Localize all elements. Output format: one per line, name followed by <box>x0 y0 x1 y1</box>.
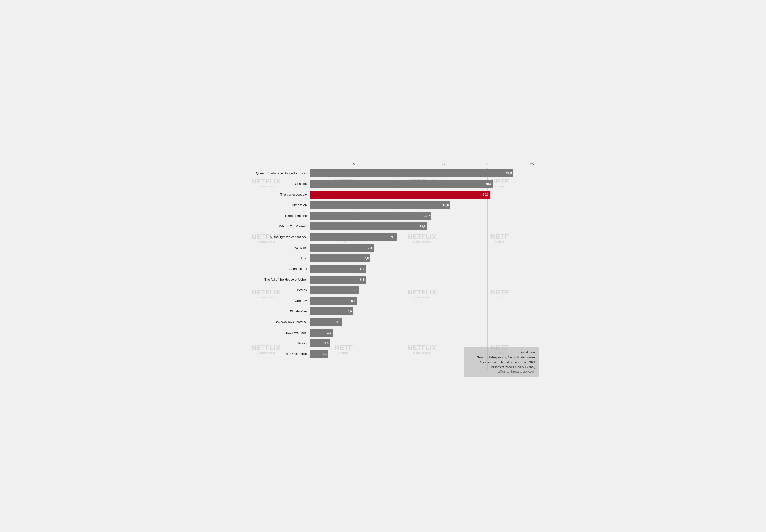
bar-label-17: The Decameron <box>229 352 310 356</box>
chart-row-1: Griselda20,6 <box>310 179 532 189</box>
legend-url: netflixandchiffres.substack.com <box>467 370 535 374</box>
bar-8: 6,8 <box>310 254 370 262</box>
chart-row-6: All the light we cannot see9,8 <box>310 232 532 242</box>
x-axis-header: 0510152025 <box>310 162 532 167</box>
bar-wrapper-11: 5,5 <box>310 285 532 295</box>
bar-wrapper-14: 3,6 <box>310 317 532 327</box>
chart-row-3: Obsession15,8 <box>310 200 532 210</box>
chart-row-12: One day5,3 <box>310 296 532 306</box>
bar-label-8: Eric <box>229 256 310 260</box>
bar-label-13: Florida Man <box>229 310 310 313</box>
bar-value-3: 15,8 <box>443 203 449 207</box>
bar-value-15: 2,6 <box>327 331 331 334</box>
bar-wrapper-10: 6,3 <box>310 275 532 285</box>
bar-label-5: Who is Erin Carter? <box>229 225 310 228</box>
bar-label-10: The fall of the House of Usher <box>229 278 310 281</box>
bar-5: 13,2 <box>310 222 427 230</box>
bar-15: 2,6 <box>310 329 333 337</box>
bar-12: 5,3 <box>310 297 357 305</box>
bar-wrapper-15: 2,6 <box>310 328 532 338</box>
bar-label-6: All the light we cannot see <box>229 235 310 239</box>
bar-value-0: 22,9 <box>506 171 512 175</box>
bar-9: 6,3 <box>310 265 366 273</box>
chart-row-0: Queen Charlotte: A Bridgerton Story22,9 <box>310 168 532 178</box>
bar-11: 5,5 <box>310 286 359 294</box>
bar-label-1: Griselda <box>229 182 310 186</box>
chart-row-8: Eric6,8 <box>310 253 532 263</box>
bar-3: 15,8 <box>310 201 450 209</box>
bar-wrapper-12: 5,3 <box>310 296 532 306</box>
bar-13: 4,9 <box>310 307 353 315</box>
x-tick-15: 15 <box>442 162 445 166</box>
chart-row-5: Who is Erin Carter?13,2 <box>310 221 532 231</box>
chart-row-7: Painkiller7,2 <box>310 243 532 253</box>
bar-label-7: Painkiller <box>229 246 310 249</box>
bar-6: 9,8 <box>310 233 397 241</box>
bars-rows: Queen Charlotte: A Bridgerton Story22,9G… <box>310 168 532 359</box>
bar-value-12: 5,3 <box>351 299 355 302</box>
chart-row-11: Bodies5,5 <box>310 285 532 295</box>
bar-value-5: 13,2 <box>420 225 426 228</box>
bar-label-14: Boy swallows universe <box>229 320 310 324</box>
bar-value-1: 20,6 <box>486 182 492 186</box>
bar-value-17: 2,1 <box>322 352 327 356</box>
bar-16: 2,3 <box>310 339 330 347</box>
bars-area: Queen Charlotte: A Bridgerton Story22,9G… <box>310 168 532 370</box>
x-tick-5: 5 <box>353 162 355 166</box>
bar-label-15: Baby Reindeer <box>229 331 310 334</box>
bar-wrapper-4: 13,7 <box>310 211 532 221</box>
chart-row-13: Florida Man4,9 <box>310 306 532 316</box>
bar-wrapper-8: 6,8 <box>310 253 532 263</box>
legend-line4: Millions of "views"/CVEs, Global) <box>467 365 535 370</box>
chart-row-2: The perfect couple20,3 <box>310 190 532 200</box>
bar-wrapper-16: 2,3 <box>310 338 532 348</box>
bar-0: 22,9 <box>310 169 514 177</box>
legend-line1: First 4 days <box>467 350 535 355</box>
bar-value-4: 13,7 <box>424 214 430 217</box>
legend-line2: New English-speaking Netflix limited ser… <box>467 355 535 360</box>
bar-wrapper-1: 20,6 <box>310 179 532 189</box>
legend-box: First 4 days New English-speaking Netfli… <box>464 347 539 377</box>
bar-wrapper-2: 20,3 <box>310 190 532 200</box>
bar-2: 20,3 <box>310 191 490 199</box>
bar-wrapper-3: 15,8 <box>310 200 532 210</box>
bar-label-2: The perfect couple <box>229 193 310 196</box>
bar-value-13: 4,9 <box>347 310 352 313</box>
bar-14: 3,6 <box>310 318 342 326</box>
bar-label-11: Bodies <box>229 288 310 292</box>
bar-label-9: A man in full <box>229 267 310 271</box>
chart-inner: 0510152025 Queen Charlotte: A Bridgerton… <box>229 162 532 370</box>
chart-container: NETFLIX& CHIFFRES NETF& CHIF NETFLIX& CH… <box>227 155 539 377</box>
legend-line3: Released on a Thursday since June 2021 <box>467 360 535 365</box>
chart-row-15: Baby Reindeer2,6 <box>310 328 532 338</box>
bar-label-12: One day <box>229 299 310 302</box>
bar-wrapper-0: 22,9 <box>310 168 532 178</box>
bar-wrapper-7: 7,2 <box>310 243 532 253</box>
bar-label-16: Ripley <box>229 341 310 345</box>
x-tick-20: 20 <box>486 162 489 166</box>
bar-value-6: 9,8 <box>391 235 395 239</box>
bar-value-8: 6,8 <box>364 256 368 260</box>
chart-row-9: A man in full6,3 <box>310 264 532 274</box>
x-tick-0: 0 <box>309 162 310 166</box>
bar-label-4: Keep breathing <box>229 214 310 217</box>
bar-17: 2,1 <box>310 350 328 358</box>
bar-1: 20,6 <box>310 180 493 188</box>
chart-row-4: Keep breathing13,7 <box>310 211 532 221</box>
bar-value-7: 7,2 <box>368 246 372 249</box>
x-tick-10: 10 <box>397 162 400 166</box>
bar-value-14: 3,6 <box>336 320 340 324</box>
bar-7: 7,2 <box>310 244 374 252</box>
bar-value-11: 5,5 <box>353 288 357 292</box>
chart-row-16: Ripley2,3 <box>310 338 532 348</box>
chart-row-10: The fall of the House of Usher6,3 <box>310 275 532 285</box>
bar-value-16: 2,3 <box>324 341 329 345</box>
bar-value-9: 6,3 <box>360 267 364 271</box>
bar-label-0: Queen Charlotte: A Bridgerton Story <box>229 171 310 175</box>
bar-label-3: Obsession <box>229 203 310 207</box>
bar-10: 6,3 <box>310 276 366 284</box>
bar-wrapper-13: 4,9 <box>310 306 532 316</box>
bar-wrapper-5: 13,2 <box>310 221 532 231</box>
bar-wrapper-9: 6,3 <box>310 264 532 274</box>
bar-wrapper-6: 9,8 <box>310 232 532 242</box>
